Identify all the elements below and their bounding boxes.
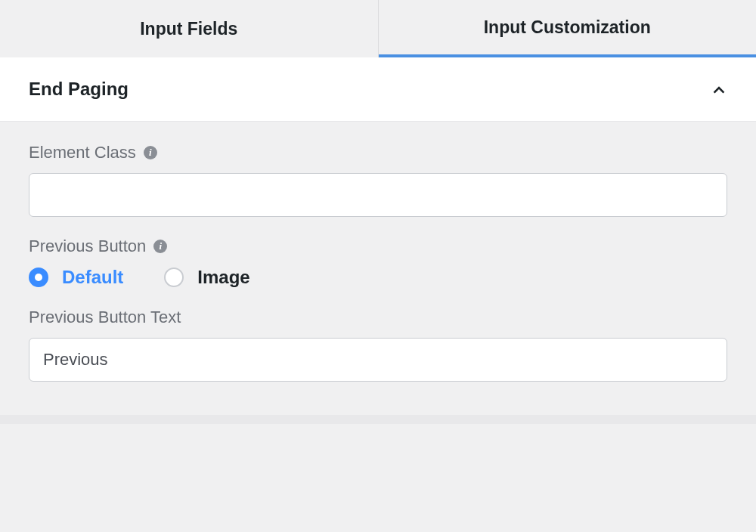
- radio-indicator: [29, 268, 48, 287]
- field-label: Previous Button Text: [29, 308, 727, 327]
- radio-image[interactable]: Image: [164, 267, 249, 288]
- panel-body: Element Class i Previous Button i Defaul…: [0, 122, 756, 412]
- label-text: Element Class: [29, 143, 136, 162]
- section-title: End Paging: [29, 79, 129, 100]
- section-header[interactable]: End Paging: [0, 57, 756, 122]
- radio-indicator: [164, 268, 184, 287]
- label-text: Previous Button Text: [29, 308, 181, 327]
- field-label: Previous Button i: [29, 237, 727, 256]
- tab-input-customization[interactable]: Input Customization: [379, 0, 757, 57]
- field-previous-button: Previous Button i Default Image: [29, 237, 727, 288]
- tabs-container: Input Fields Input Customization: [0, 0, 756, 57]
- previous-button-text-input[interactable]: [29, 338, 727, 382]
- chevron-up-icon[interactable]: [711, 81, 727, 97]
- divider: [0, 415, 756, 424]
- radio-default[interactable]: Default: [29, 267, 123, 288]
- field-element-class: Element Class i: [29, 143, 727, 217]
- radio-label: Default: [62, 267, 123, 288]
- label-text: Previous Button: [29, 237, 146, 256]
- info-icon[interactable]: i: [153, 240, 167, 253]
- field-previous-button-text: Previous Button Text: [29, 308, 727, 382]
- tab-label: Input Fields: [140, 19, 237, 39]
- element-class-input[interactable]: [29, 173, 727, 217]
- field-label: Element Class i: [29, 143, 727, 162]
- tab-input-fields[interactable]: Input Fields: [0, 0, 379, 57]
- radio-group: Default Image: [29, 267, 727, 288]
- info-icon[interactable]: i: [144, 146, 157, 159]
- tab-label: Input Customization: [484, 17, 651, 38]
- radio-label: Image: [197, 267, 249, 288]
